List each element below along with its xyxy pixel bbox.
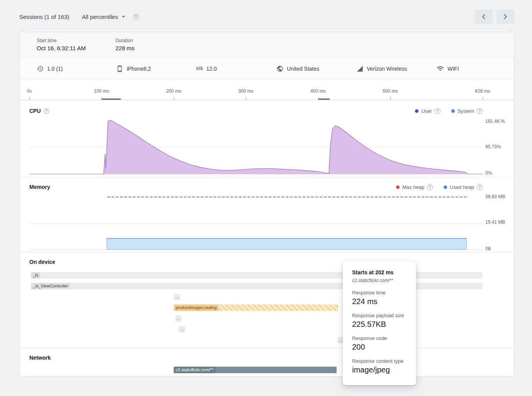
on-device-title: On device [29,259,55,265]
network-section: Network c2.staticflickr.com/** [20,348,514,377]
trace-bar-collapsed[interactable]: ... [175,315,182,322]
activity-marker [102,99,121,100]
percentiles-dropdown-label: All percentiles [82,14,118,20]
cpu-y-axis: 191.46 % 95.73% 0% [485,120,507,174]
max-heap-help-icon[interactable]: ? [427,184,433,190]
cpu-ytick-zero: 0% [485,170,505,176]
cpu-section: CPU ? User ? System ? 191.46 % 95.73% 0% [20,100,514,177]
tick-mark [246,97,246,100]
user-help-icon[interactable]: ? [435,108,441,114]
device-model-value: iPhone8,2 [127,66,151,72]
session-card: Start time Oct 16, 6:32:11 AM Duration 2… [19,32,514,377]
cpu-area-chart [29,120,483,174]
duration-label: Duration [115,38,134,43]
network-title: Network [29,355,51,361]
used-heap-help-icon[interactable]: ? [477,184,483,190]
on-device-section: On device _fs _st_ViewController ... pro… [20,252,514,348]
used-heap-area [107,238,467,250]
system-help-icon[interactable]: ? [477,108,483,114]
cpu-ytick-mid: 95.73% [485,144,505,150]
wifi-icon [437,65,444,72]
memory-section: Memory Max heap ? Used heap ? 38.83 MB 1… [20,177,514,252]
memory-baseline [29,250,483,250]
system-legend-label: System [457,108,474,114]
tooltip-field: Response content type image/jpeg [352,358,407,374]
max-heap-line [107,197,467,197]
ios-icon: iOS [196,66,203,71]
network-request-bar[interactable]: c2.staticflickr.com/** [174,367,337,373]
request-tooltip: Starts at 202 ms c2.staticflickr.com/** … [343,261,416,385]
user-legend-label: User [421,108,432,114]
cpu-title: CPU [29,108,41,114]
memory-y-axis: 38.83 MB 19.41 MB 0B [485,194,507,250]
top-toolbar: Sessions (1 of 163) All percentiles ? [19,9,514,24]
tooltip-field: Response payload size 225.57KB [352,313,407,329]
os-version-item: iOS 12.0 [196,58,217,80]
user-legend-dot [415,109,418,113]
cpu-help-icon[interactable]: ? [44,108,49,114]
percentiles-dropdown[interactable]: All percentiles [82,13,127,20]
trace-bar-collapsed[interactable]: ... [179,326,185,333]
trace-bar-product-image-loading[interactable]: productImageLoading [174,304,338,311]
start-time-value: Oct 16, 6:32:11 AM [37,45,86,51]
country-value: United States [287,66,319,72]
tick-mark [29,97,30,100]
country-item: United States [276,58,319,80]
help-icon[interactable]: ? [133,14,139,20]
memory-gridline [29,223,483,224]
app-version-item: 1.0 (1) [37,58,63,80]
system-legend-dot [451,109,455,113]
chevron-down-icon [120,13,127,20]
smartphone-icon [116,65,123,72]
activity-marker [318,99,330,100]
carrier-item: Verizon Wireless [356,58,407,80]
cpu-ytick-max: 191.46 % [485,119,505,124]
app-version-value: 1.0 (1) [47,66,63,72]
duration-value: 228 ms [115,45,134,51]
tooltip-field: Response time 224 ms [352,290,407,306]
tick-mark [174,97,174,100]
memory-ytick-max: 38.83 MB [485,194,505,200]
session-nav [475,10,514,24]
session-header: Start time Oct 16, 6:32:11 AM Duration 2… [20,32,514,58]
device-model-item: iPhone8,2 [116,58,151,80]
connection-item: WIFI [437,58,459,80]
os-version-value: 12.0 [206,66,217,72]
tooltip-field: Response code 200 [352,335,407,352]
device-info-row: 1.0 (1) iPhone8,2 iOS 12.0 United States… [20,58,514,80]
memory-title: Memory [29,184,50,190]
memory-ytick-mid: 19.41 MB [485,219,505,225]
tooltip-title: Starts at 202 ms [352,269,407,275]
max-heap-legend-dot [396,185,400,189]
start-time-block: Start time Oct 16, 6:32:11 AM [37,38,86,51]
timeline-ruler: 0s 100 ms 200 ms 300 ms 400 ms 500 ms 62… [20,80,514,100]
chevron-right-icon [501,12,510,21]
memory-legend: Max heap ? Used heap ? [396,184,483,190]
chevron-left-icon [479,12,488,21]
duration-block: Duration 228 ms [115,38,134,51]
tick-mark [390,97,391,100]
connection-value: WIFI [447,66,459,72]
memory-chart[interactable] [29,194,483,250]
max-heap-legend-label: Max heap [402,184,424,190]
cpu-chart[interactable] [29,120,483,174]
globe-icon [276,65,283,72]
memory-ytick-zero: 0B [485,246,505,252]
cpu-legend: User ? System ? [415,108,483,114]
cell-signal-icon [356,65,363,72]
tick-mark [483,97,483,100]
history-icon [37,65,44,72]
used-heap-legend-dot [444,185,447,189]
prev-session-button[interactable] [475,10,493,24]
next-session-button[interactable] [496,10,514,24]
tooltip-url: c2.staticflickr.com/** [352,278,407,283]
sessions-count-label: Sessions (1 of 163) [19,14,69,20]
start-time-label: Start time [37,38,86,43]
trace-bar-collapsed[interactable]: ... [174,294,180,300]
used-heap-legend-label: Used heap [450,184,474,190]
carrier-value: Verizon Wireless [367,66,407,72]
